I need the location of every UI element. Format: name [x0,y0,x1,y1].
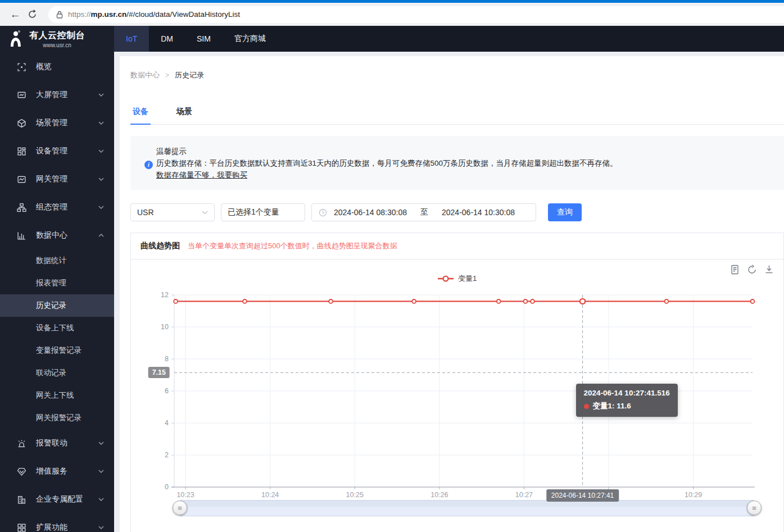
browser-back-button[interactable]: ← [7,6,24,23]
datazoom-slider[interactable]: ≡ ≡ [180,500,754,516]
clock-icon [319,208,327,217]
date-separator: 至 [420,207,428,217]
topnav-tab-mall[interactable]: 官方商城 [223,26,278,52]
screen-icon [17,90,26,100]
apps-grid-icon [17,523,26,532]
x-axis-pointer-label: 2024-06-14 10:27:41 [546,489,619,502]
sidebar-subitem-device-onoff[interactable]: 设备上下线 [0,317,114,339]
brand-logo[interactable]: 有人云控制台 www.usr.cn [0,26,114,52]
topnav-tab-dm[interactable]: DM [149,26,185,52]
gem-icon [17,467,26,476]
sidebar-item-alarm-linkage[interactable]: 报警联动 [0,429,114,457]
sidebar-subitem-reports[interactable]: 报表管理 [0,272,114,294]
top-navigation: IoT DM SIM 官方商城 [114,26,784,52]
sidebar-item-scenes[interactable]: 场景管理 [0,109,114,137]
building-icon [17,495,26,504]
info-icon: i [144,161,153,169]
datazoom-right-handle[interactable]: ≡ [747,501,762,515]
submenu-label: 网关上下线 [36,390,74,401]
svg-text:10: 10 [161,323,169,331]
date-range-picker[interactable]: 2024-06-14 08:30:08 至 2024-06-14 10:30:0… [311,203,536,221]
overview-icon [17,62,26,72]
sidebar-item-extensions[interactable]: 扩展功能 [0,513,114,532]
restore-icon[interactable] [747,265,757,275]
svg-text:10:24: 10:24 [261,491,279,499]
browser-toolbar: ← https://mp.usr.cn/#/cloud/data/ViewDat… [0,3,784,26]
gateway-chart-icon [17,175,26,184]
browser-address-bar[interactable]: https://mp.usr.cn/#/cloud/data/ViewDataH… [48,6,784,23]
page-panel: 数据中心 > 历史记录 设备 场景 i 温馨提示 历史数据存储：平台历史数据默认… [120,56,784,532]
chevron-down-icon [202,211,208,215]
svg-text:10:25: 10:25 [346,491,364,499]
variable-select-value: 已选择1个变量 [228,207,279,217]
sidebar-subitem-var-alarms[interactable]: 变量报警记录 [0,339,114,362]
notice-box: i 温馨提示 历史数据存储：平台历史数据默认支持查询近31天内的历史数据，每月可… [130,136,784,190]
submenu-label: 变量报警记录 [36,345,81,356]
scene-cube-icon [17,119,26,128]
legend-marker-icon [438,275,454,282]
trend-chart-canvas[interactable]: 02468101210:2310:2410:2510:2610:2710:281… [131,260,784,532]
date-end: 2024-06-14 10:30:08 [442,208,515,217]
sidebar-item-overview[interactable]: 概览 [0,53,114,81]
svg-text:12: 12 [161,291,169,299]
sidebar-subitem-gateway-alarms[interactable]: 网关报警记录 [0,407,114,429]
tab-scene[interactable]: 场景 [174,107,194,124]
chevron-up-icon [98,234,104,237]
breadcrumb-parent[interactable]: 数据中心 [130,70,160,80]
trend-chart: 02468101210:2310:2410:2510:2610:2710:281… [131,260,783,532]
breadcrumb-current: 历史记录 [175,70,204,80]
chevron-down-icon [98,149,104,153]
notice-body: 历史数据存储：平台历史数据默认支持查询近31天内的历史数据，每月可免费存储500… [156,157,773,169]
tab-device[interactable]: 设备 [130,107,151,125]
series-dot-icon [584,404,589,409]
sidebar-menu: 概览 大屏管理 场景管理 设备管理 [0,52,114,532]
variable-select[interactable]: 已选择1个变量 [221,203,305,221]
sidebar-item-label: 概览 [36,62,104,72]
date-start: 2024-06-14 08:30:08 [334,208,407,217]
svg-text:2: 2 [165,451,169,459]
brand-subtitle: www.usr.cn [43,42,71,48]
svg-text:10:26: 10:26 [430,491,448,499]
sidebar-subitem-gateway-onoff[interactable]: 网关上下线 [0,384,114,407]
sidebar-item-scada[interactable]: 组态管理 [0,193,114,221]
refresh-icon [28,10,37,19]
chevron-down-icon [98,206,104,209]
query-button[interactable]: 查询 [548,203,582,221]
data-view-icon[interactable] [730,265,740,275]
datazoom-band[interactable] [180,500,754,516]
breadcrumb: 数据中心 > 历史记录 [130,56,784,80]
trend-chart-card: 曲线趋势图 当单个变量单次查询超过500个数值时，曲线趋势图呈现聚合数据 024… [130,233,784,532]
topnav-tab-sim[interactable]: SIM [185,26,223,52]
download-icon[interactable] [764,265,774,274]
scada-hierarchy-icon [17,203,26,212]
sidebar-subitem-history[interactable]: 历史记录 [0,294,114,317]
sidebar-item-devices[interactable]: 设备管理 [0,137,114,165]
device-grid-icon [17,147,26,156]
sidebar-item-value-added[interactable]: 增值服务 [0,457,114,485]
sidebar-item-screens[interactable]: 大屏管理 [0,81,114,109]
lock-icon [56,11,63,19]
sidebar-subitem-data-stats[interactable]: 数据统计 [0,249,114,272]
submenu-label: 联动记录 [36,368,66,378]
buy-storage-link[interactable]: 数据存储量不够，我要购买 [156,171,247,179]
content-area: 数据中心 > 历史记录 设备 场景 i 温馨提示 历史数据存储：平台历史数据默认… [114,52,784,532]
sidebar-item-gateways[interactable]: 网关管理 [0,165,114,193]
topnav-tab-iot[interactable]: IoT [114,26,149,52]
submenu-label: 网关报警记录 [36,413,81,423]
datazoom-left-handle[interactable]: ≡ [173,501,187,515]
brand-title: 有人云控制台 [29,30,85,42]
sidebar-item-enterprise-config[interactable]: 企业专属配置 [0,485,114,513]
page-tabs: 设备 场景 [130,107,784,125]
browser-refresh-button[interactable] [24,6,40,23]
siren-icon [17,439,26,448]
submenu-label: 数据统计 [36,256,66,266]
device-select[interactable]: USR [130,203,215,221]
url-path: /#/cloud/data/ViewDataHistoryList [126,10,240,19]
svg-text:10:23: 10:23 [176,491,194,499]
chart-legend[interactable]: 变量1 [131,274,783,284]
sidebar-item-datacenter[interactable]: 数据中心 [0,221,114,249]
sidebar-subitem-linkage[interactable]: 联动记录 [0,362,114,384]
bar-chart-icon [17,231,26,240]
sidebar-item-label: 报警联动 [36,438,98,448]
sidebar-item-label: 数据中心 [36,230,98,240]
